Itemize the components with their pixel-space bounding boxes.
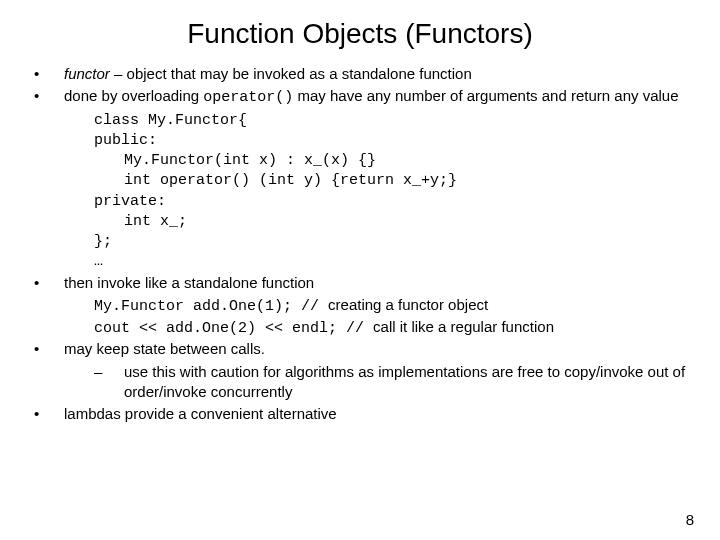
text-span: done by overloading	[64, 87, 203, 104]
sub-bullet-text: use this with caution for algorithms as …	[124, 362, 686, 403]
bullet-text: may keep state between calls.	[64, 339, 686, 359]
bullet-text: functor – object that may be invoked as …	[64, 64, 686, 84]
code-line: class My.Functor{	[34, 111, 686, 131]
bullet-item: then invoke like a standalone function	[34, 273, 686, 293]
code-line: My.Functor(int x) : x_(x) {}	[34, 151, 686, 171]
code-line: …	[34, 252, 686, 272]
bullet-item: may keep state between calls.	[34, 339, 686, 359]
bullet-icon	[34, 273, 64, 293]
code-comment-line: cout << add.One(2) << endl; // call it l…	[34, 317, 686, 339]
code-comment-line: My.Functor add.One(1); // creating a fun…	[34, 295, 686, 317]
page-number: 8	[686, 511, 694, 528]
code-inline: operator()	[203, 89, 293, 106]
bullet-icon	[34, 339, 64, 359]
code-inline: cout << add.One(2) << endl; //	[94, 320, 373, 337]
bullet-text: done by overloading operator() may have …	[64, 86, 686, 108]
text-span: creating a functor object	[328, 296, 488, 313]
code-line: };	[34, 232, 686, 252]
text-span: call it like a regular function	[373, 318, 554, 335]
bullet-icon	[34, 86, 64, 106]
bullet-item: done by overloading operator() may have …	[34, 86, 686, 108]
code-inline: My.Functor add.One(1); //	[94, 298, 328, 315]
code-line: int x_;	[34, 212, 686, 232]
bullet-icon	[34, 64, 64, 84]
bullet-icon	[34, 404, 64, 424]
code-line: private:	[34, 192, 686, 212]
code-line: public:	[34, 131, 686, 151]
sub-bullet-item: use this with caution for algorithms as …	[34, 362, 686, 403]
slide-body: functor – object that may be invoked as …	[0, 64, 720, 424]
dash-icon	[94, 362, 124, 382]
text-span: – object that may be invoked as a standa…	[110, 65, 472, 82]
code-line: int operator() (int y) {return x_+y;}	[34, 171, 686, 191]
bullet-text: then invoke like a standalone function	[64, 273, 686, 293]
text-span: may have any number of arguments and ret…	[293, 87, 678, 104]
term-functor: functor	[64, 65, 110, 82]
bullet-item: functor – object that may be invoked as …	[34, 64, 686, 84]
slide-title: Function Objects (Functors)	[0, 0, 720, 64]
bullet-item: lambdas provide a convenient alternative	[34, 404, 686, 424]
bullet-text: lambdas provide a convenient alternative	[64, 404, 686, 424]
